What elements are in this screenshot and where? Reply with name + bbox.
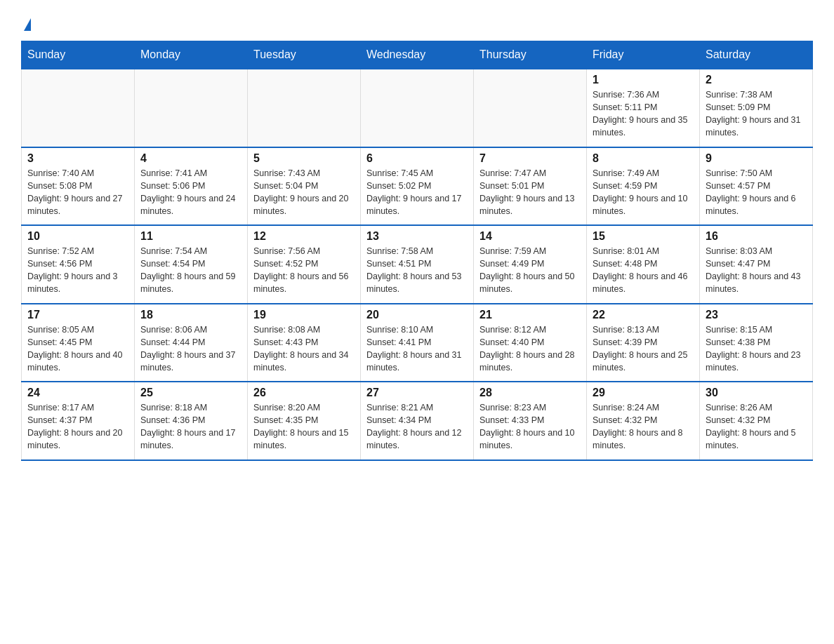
day-number: 2 [706, 74, 807, 86]
calendar-cell [248, 69, 361, 147]
day-number: 28 [479, 387, 581, 399]
calendar-week-row: 10Sunrise: 7:52 AM Sunset: 4:56 PM Dayli… [22, 225, 813, 304]
day-info: Sunrise: 8:06 AM Sunset: 4:44 PM Dayligh… [140, 323, 241, 375]
day-info: Sunrise: 8:24 AM Sunset: 4:32 PM Dayligh… [593, 401, 694, 452]
day-info: Sunrise: 7:52 AM Sunset: 4:56 PM Dayligh… [27, 245, 128, 296]
calendar-cell: 21Sunrise: 8:12 AM Sunset: 4:40 PM Dayli… [474, 304, 587, 382]
calendar-cell: 26Sunrise: 8:20 AM Sunset: 4:35 PM Dayli… [248, 382, 361, 460]
day-number: 8 [593, 152, 694, 165]
day-info: Sunrise: 7:38 AM Sunset: 5:09 PM Dayligh… [706, 88, 807, 140]
calendar-cell: 3Sunrise: 7:40 AM Sunset: 5:08 PM Daylig… [22, 147, 135, 226]
day-number: 6 [366, 152, 468, 165]
calendar-cell: 8Sunrise: 7:49 AM Sunset: 4:59 PM Daylig… [587, 147, 700, 226]
calendar-cell: 15Sunrise: 8:01 AM Sunset: 4:48 PM Dayli… [587, 225, 700, 304]
calendar-cell: 24Sunrise: 8:17 AM Sunset: 4:37 PM Dayli… [22, 382, 135, 460]
day-info: Sunrise: 7:47 AM Sunset: 5:01 PM Dayligh… [479, 167, 581, 218]
logo [21, 14, 31, 34]
day-info: Sunrise: 7:58 AM Sunset: 4:51 PM Dayligh… [366, 245, 468, 296]
day-info: Sunrise: 8:03 AM Sunset: 4:47 PM Dayligh… [706, 245, 807, 296]
weekday-header-thursday: Thursday [474, 41, 587, 69]
calendar-cell: 2Sunrise: 7:38 AM Sunset: 5:09 PM Daylig… [700, 69, 813, 147]
day-info: Sunrise: 8:13 AM Sunset: 4:39 PM Dayligh… [593, 323, 694, 375]
calendar-cell: 1Sunrise: 7:36 AM Sunset: 5:11 PM Daylig… [587, 69, 700, 147]
day-number: 10 [27, 230, 128, 243]
calendar-cell: 14Sunrise: 7:59 AM Sunset: 4:49 PM Dayli… [474, 225, 587, 304]
day-number: 5 [253, 152, 355, 165]
calendar-cell: 4Sunrise: 7:41 AM Sunset: 5:06 PM Daylig… [135, 147, 248, 226]
calendar-cell: 27Sunrise: 8:21 AM Sunset: 4:34 PM Dayli… [361, 382, 474, 460]
day-info: Sunrise: 7:40 AM Sunset: 5:08 PM Dayligh… [27, 167, 128, 218]
calendar-cell: 10Sunrise: 7:52 AM Sunset: 4:56 PM Dayli… [22, 225, 135, 304]
day-number: 7 [479, 152, 581, 165]
calendar-cell: 16Sunrise: 8:03 AM Sunset: 4:47 PM Dayli… [700, 225, 813, 304]
logo-arrow-icon [24, 18, 31, 31]
calendar-cell: 20Sunrise: 8:10 AM Sunset: 4:41 PM Dayli… [361, 304, 474, 382]
calendar-week-row: 3Sunrise: 7:40 AM Sunset: 5:08 PM Daylig… [22, 147, 813, 226]
day-info: Sunrise: 8:01 AM Sunset: 4:48 PM Dayligh… [593, 245, 694, 296]
day-number: 21 [479, 309, 581, 321]
day-number: 23 [706, 309, 807, 321]
day-info: Sunrise: 7:54 AM Sunset: 4:54 PM Dayligh… [140, 245, 241, 296]
weekday-header-friday: Friday [587, 41, 700, 69]
calendar-table: SundayMondayTuesdayWednesdayThursdayFrid… [21, 41, 813, 461]
day-info: Sunrise: 8:15 AM Sunset: 4:38 PM Dayligh… [706, 323, 807, 375]
weekday-header-saturday: Saturday [700, 41, 813, 69]
day-number: 25 [140, 387, 241, 399]
calendar-cell: 18Sunrise: 8:06 AM Sunset: 4:44 PM Dayli… [135, 304, 248, 382]
day-info: Sunrise: 7:41 AM Sunset: 5:06 PM Dayligh… [140, 167, 241, 218]
day-number: 4 [140, 152, 241, 165]
calendar-cell: 25Sunrise: 8:18 AM Sunset: 4:36 PM Dayli… [135, 382, 248, 460]
day-info: Sunrise: 8:26 AM Sunset: 4:32 PM Dayligh… [706, 401, 807, 452]
day-info: Sunrise: 7:43 AM Sunset: 5:04 PM Dayligh… [253, 167, 355, 218]
day-info: Sunrise: 7:45 AM Sunset: 5:02 PM Dayligh… [366, 167, 468, 218]
weekday-header-tuesday: Tuesday [248, 41, 361, 69]
day-number: 30 [706, 387, 807, 399]
day-info: Sunrise: 8:21 AM Sunset: 4:34 PM Dayligh… [366, 401, 468, 452]
day-number: 13 [366, 230, 468, 243]
day-number: 12 [253, 230, 355, 243]
day-info: Sunrise: 7:59 AM Sunset: 4:49 PM Dayligh… [479, 245, 581, 296]
calendar-cell: 23Sunrise: 8:15 AM Sunset: 4:38 PM Dayli… [700, 304, 813, 382]
day-info: Sunrise: 7:49 AM Sunset: 4:59 PM Dayligh… [593, 167, 694, 218]
weekday-header-wednesday: Wednesday [361, 41, 474, 69]
day-number: 15 [593, 230, 694, 243]
weekday-header-monday: Monday [135, 41, 248, 69]
day-info: Sunrise: 8:08 AM Sunset: 4:43 PM Dayligh… [253, 323, 355, 375]
day-number: 29 [593, 387, 694, 399]
day-number: 1 [593, 74, 694, 86]
calendar-cell: 7Sunrise: 7:47 AM Sunset: 5:01 PM Daylig… [474, 147, 587, 226]
day-number: 11 [140, 230, 241, 243]
calendar-week-row: 1Sunrise: 7:36 AM Sunset: 5:11 PM Daylig… [22, 69, 813, 147]
calendar-cell: 5Sunrise: 7:43 AM Sunset: 5:04 PM Daylig… [248, 147, 361, 226]
day-number: 9 [706, 152, 807, 165]
day-info: Sunrise: 8:23 AM Sunset: 4:33 PM Dayligh… [479, 401, 581, 452]
calendar-cell: 12Sunrise: 7:56 AM Sunset: 4:52 PM Dayli… [248, 225, 361, 304]
day-number: 22 [593, 309, 694, 321]
day-info: Sunrise: 7:50 AM Sunset: 4:57 PM Dayligh… [706, 167, 807, 218]
calendar-cell [22, 69, 135, 147]
calendar-week-row: 24Sunrise: 8:17 AM Sunset: 4:37 PM Dayli… [22, 382, 813, 460]
calendar-cell: 29Sunrise: 8:24 AM Sunset: 4:32 PM Dayli… [587, 382, 700, 460]
calendar-cell: 19Sunrise: 8:08 AM Sunset: 4:43 PM Dayli… [248, 304, 361, 382]
day-number: 16 [706, 230, 807, 243]
day-info: Sunrise: 7:36 AM Sunset: 5:11 PM Dayligh… [593, 88, 694, 140]
header [21, 14, 813, 34]
calendar-cell: 9Sunrise: 7:50 AM Sunset: 4:57 PM Daylig… [700, 147, 813, 226]
calendar-cell: 17Sunrise: 8:05 AM Sunset: 4:45 PM Dayli… [22, 304, 135, 382]
weekday-header-sunday: Sunday [22, 41, 135, 69]
calendar-cell [135, 69, 248, 147]
calendar-cell: 22Sunrise: 8:13 AM Sunset: 4:39 PM Dayli… [587, 304, 700, 382]
day-number: 3 [27, 152, 128, 165]
day-number: 20 [366, 309, 468, 321]
calendar-cell: 11Sunrise: 7:54 AM Sunset: 4:54 PM Dayli… [135, 225, 248, 304]
calendar-week-row: 17Sunrise: 8:05 AM Sunset: 4:45 PM Dayli… [22, 304, 813, 382]
day-info: Sunrise: 8:18 AM Sunset: 4:36 PM Dayligh… [140, 401, 241, 452]
calendar-cell: 6Sunrise: 7:45 AM Sunset: 5:02 PM Daylig… [361, 147, 474, 226]
day-info: Sunrise: 8:10 AM Sunset: 4:41 PM Dayligh… [366, 323, 468, 375]
calendar-cell [361, 69, 474, 147]
day-number: 19 [253, 309, 355, 321]
day-number: 27 [366, 387, 468, 399]
day-number: 17 [27, 309, 128, 321]
day-number: 24 [27, 387, 128, 399]
calendar-header-row: SundayMondayTuesdayWednesdayThursdayFrid… [22, 41, 813, 69]
